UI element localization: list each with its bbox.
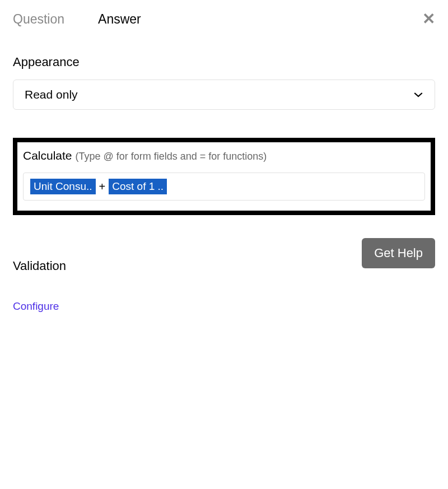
field-chip-2[interactable]: Cost of 1 ..: [109, 179, 167, 194]
field-chip-1[interactable]: Unit Consu..: [30, 179, 96, 194]
appearance-dropdown[interactable]: Read only: [13, 80, 435, 110]
get-help-button[interactable]: Get Help: [362, 238, 435, 268]
tab-answer[interactable]: Answer: [98, 12, 141, 27]
chevron-down-icon: [413, 91, 423, 98]
operator-plus: +: [99, 180, 106, 193]
configure-link[interactable]: Configure: [13, 300, 59, 313]
calculate-hint: (Type @ for form fields and = for functi…: [75, 151, 267, 162]
tab-question[interactable]: Question: [13, 12, 64, 27]
close-icon[interactable]: ✕: [422, 11, 435, 27]
appearance-value: Read only: [25, 88, 78, 101]
appearance-label: Appearance: [13, 55, 435, 69]
formula-input[interactable]: Unit Consu.. + Cost of 1 ..: [23, 173, 425, 201]
calculate-section: Calculate (Type @ for form fields and = …: [13, 138, 435, 215]
tabs-row: Question Answer ✕: [13, 11, 435, 27]
calculate-label: Calculate (Type @ for form fields and = …: [23, 149, 425, 162]
